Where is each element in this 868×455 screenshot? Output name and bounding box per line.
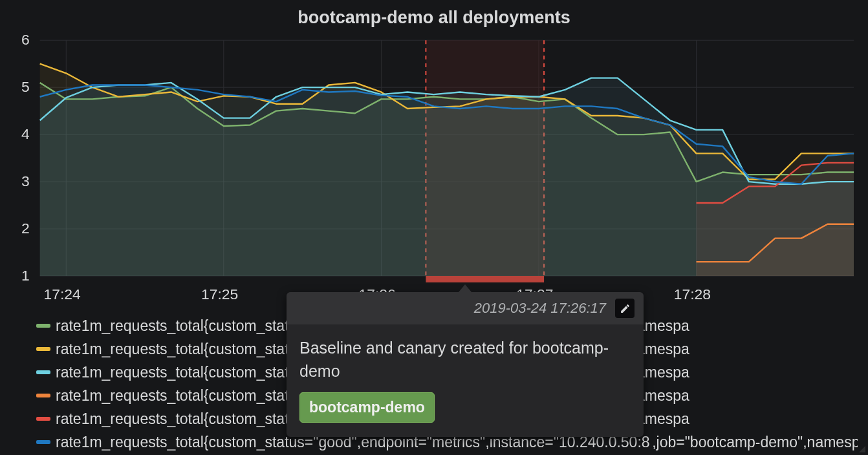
resize-handle-icon[interactable] [859,446,865,452]
line-chart[interactable]: 12345617:2417:2517:2617:2717:28 [3,34,865,309]
svg-rect-25 [426,276,544,282]
svg-text:17:25: 17:25 [201,286,238,302]
panel-title: bootcamp-demo all deployments [3,4,865,34]
svg-text:17:24: 17:24 [43,286,80,302]
svg-text:2: 2 [21,220,30,237]
chart-panel: bootcamp-demo all deployments 12345617:2… [0,0,868,455]
tooltip-arrow [459,284,472,292]
svg-text:5: 5 [21,78,30,95]
legend-label: ,job="bootcamp-demo",namespa [649,430,858,454]
svg-text:17:28: 17:28 [674,286,711,302]
legend-swatch [36,370,50,374]
tooltip-message: Baseline and canary created for bootcamp… [299,336,631,383]
edit-annotation-button[interactable] [615,299,635,318]
tooltip-body: Baseline and canary created for bootcamp… [287,324,644,437]
svg-text:1: 1 [21,267,30,284]
legend-swatch [36,417,50,421]
tooltip-timestamp: 2019-03-24 17:26:17 [474,300,606,317]
tooltip-header: 2019-03-24 17:26:17 [287,292,644,324]
pencil-icon [620,303,631,314]
legend-swatch [36,394,50,397]
svg-text:3: 3 [21,173,30,189]
annotation-tooltip: 2019-03-24 17:26:17 Baseline and canary … [287,292,644,437]
legend-swatch [36,347,50,351]
chart-area[interactable]: 12345617:2417:2517:2617:2717:28 [3,34,865,309]
legend-swatch [36,324,50,328]
svg-text:6: 6 [21,34,30,48]
annotation-tag[interactable]: bootcamp-demo [299,392,435,423]
svg-text:4: 4 [21,125,30,142]
legend-swatch [36,440,50,444]
